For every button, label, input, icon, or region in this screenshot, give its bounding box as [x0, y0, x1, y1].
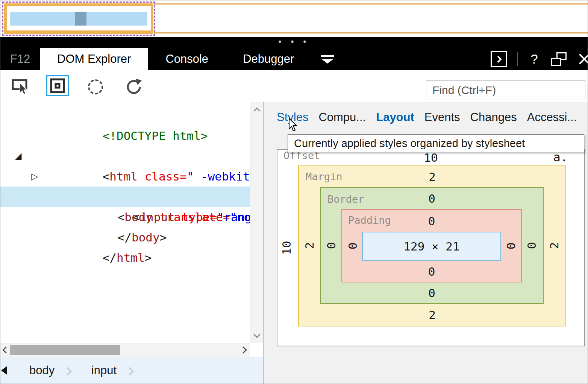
html-tree: <!DOCTYPE html> ◢ <html class=" -webkit-… [0, 102, 250, 343]
page-preview [0, 0, 588, 37]
tab-bar-actions: ? [491, 48, 588, 70]
breadcrumb-separator-icon: › [65, 361, 73, 380]
more-tabs-bar [321, 55, 334, 57]
element-highlight-overlay [2, 2, 155, 36]
tree-node-head[interactable]: ▷ <head>…</head> [0, 146, 250, 166]
box-model-padding: Padding 0 0 0 0 129 × 21 [341, 209, 522, 282]
breadcrumb-separator-icon: › [127, 361, 135, 380]
horizontal-scrollbar[interactable] [0, 343, 250, 357]
breadcrumb-item-body[interactable]: body [29, 364, 55, 377]
devtools-tab-bar: F12 DOM Explorer Console Debugger ? [0, 48, 588, 70]
tree-node-html[interactable]: ◢ <html class=" -webkit-" lang= [0, 126, 250, 146]
tab-changes[interactable]: Changes [470, 111, 517, 124]
scrollbar-thumb[interactable] [10, 345, 120, 355]
element-box [7, 6, 151, 30]
help-button[interactable]: ? [527, 52, 541, 67]
margin-top-value: 2 [429, 170, 436, 184]
mouse-cursor-icon [288, 118, 298, 132]
border-label: Border [327, 193, 364, 205]
scroll-down-icon[interactable] [253, 331, 260, 338]
circular-arrow-icon [124, 78, 144, 96]
right-panel-tabs: Styles Compu... Layout Events Changes Ac… [277, 111, 577, 124]
scroll-up-icon[interactable] [253, 107, 260, 114]
breadcrumb: body › input › [0, 357, 263, 384]
vertical-scrollbar[interactable] [250, 102, 263, 343]
margin-label: Margin [306, 171, 342, 182]
command-prompt-icon[interactable] [491, 51, 507, 67]
box-model-offset: Offset 10 a. 10 Margin 2 2 2 2 Border 0 … [277, 149, 585, 346]
styles-tab-tooltip: Currently applied styles organized by st… [288, 134, 584, 152]
window-front-icon [551, 58, 561, 66]
dom-tree-panel: <!DOCTYPE html> ◢ <html class=" -webkit-… [0, 102, 264, 384]
scroll-left-icon[interactable] [2, 346, 9, 353]
dom-explorer-toolbar [0, 70, 588, 102]
padding-top-value: 0 [428, 214, 435, 228]
chevron-down-icon [321, 59, 334, 64]
border-top-value: 0 [428, 192, 435, 205]
pseudo-state-button[interactable] [86, 78, 105, 96]
separator [517, 52, 518, 66]
tree-node-body-close[interactable]: </body> [0, 207, 250, 227]
tab-console[interactable]: Console [148, 48, 226, 70]
border-bottom-value: 0 [428, 286, 435, 300]
dashed-circle-icon [88, 79, 103, 94]
border-right-value: 0 [525, 237, 538, 254]
padding-bottom-value: 0 [428, 265, 435, 278]
unpin-icon[interactable] [551, 52, 567, 66]
tab-debugger[interactable]: Debugger [226, 48, 311, 70]
code-token: </ [103, 251, 117, 264]
tab-events[interactable]: Events [424, 111, 460, 124]
margin-right-value: 2 [547, 237, 561, 254]
padding-label: Padding [348, 214, 391, 226]
tab-accessibility[interactable]: Accessi... [527, 111, 577, 124]
chevron-right-icon [495, 56, 502, 62]
padding-left-value: 0 [346, 238, 359, 254]
breadcrumb-item-input[interactable]: input [91, 364, 117, 377]
tree-node-input-selected[interactable]: <input type="range" /> [0, 187, 250, 207]
nested-squares-icon [50, 78, 65, 94]
border-left-value: 0 [324, 237, 338, 254]
f12-menu-button[interactable]: F12 [0, 48, 40, 70]
tab-dom-explorer[interactable]: DOM Explorer [40, 48, 148, 70]
select-element-button[interactable] [10, 77, 30, 96]
highlight-elements-button[interactable] [46, 75, 69, 96]
content-size-value: 129 × 21 [403, 240, 459, 253]
resize-grip-icon[interactable]: • • • [278, 36, 310, 47]
box-model-content: 129 × 21 [362, 232, 501, 261]
range-input-preview[interactable] [10, 12, 147, 26]
tree-node-body[interactable]: ◢ <body translate="no"> [0, 166, 250, 187]
devtools-main: <!DOCTYPE html> ◢ <html class=" -webkit-… [0, 102, 588, 384]
box-model-border: Border 0 0 0 0 Padding 0 0 0 0 129 × [320, 187, 544, 304]
breadcrumb-scroll-left-icon[interactable] [1, 366, 7, 375]
code-token: html [117, 251, 145, 264]
margin-guide-top-line [154, 3, 588, 5]
refresh-layout-button[interactable] [124, 77, 145, 96]
devtools-divider[interactable]: • • • [0, 37, 588, 48]
tab-layout[interactable]: Layout [376, 111, 414, 124]
tab-computed[interactable]: Compu... [318, 111, 366, 124]
margin-guide-bottom-line [154, 32, 588, 33]
close-button[interactable] [576, 51, 588, 67]
range-thumb[interactable] [75, 12, 86, 26]
box-model-margin: Margin 2 2 2 2 Border 0 0 0 0 Padding 0 [298, 165, 566, 326]
padding-right-value: 0 [504, 238, 518, 254]
margin-highlight [4, 3, 153, 34]
scroll-right-icon[interactable] [240, 346, 247, 353]
styles-panel: Styles Compu... Layout Events Changes Ac… [264, 102, 588, 384]
tree-node-html-close[interactable]: </html> [0, 227, 250, 247]
code-token: > [145, 251, 152, 264]
tree-node-doctype[interactable]: <!DOCTYPE html> [0, 105, 250, 126]
find-input[interactable] [426, 80, 585, 100]
offset-top-value: 10 [424, 151, 438, 164]
more-tabs-icon[interactable] [311, 48, 344, 70]
margin-left-value: 2 [303, 237, 316, 254]
margin-bottom-value: 2 [429, 308, 436, 322]
arrow-in-box-icon [11, 78, 29, 95]
offset-left-value: 10 [280, 240, 293, 256]
